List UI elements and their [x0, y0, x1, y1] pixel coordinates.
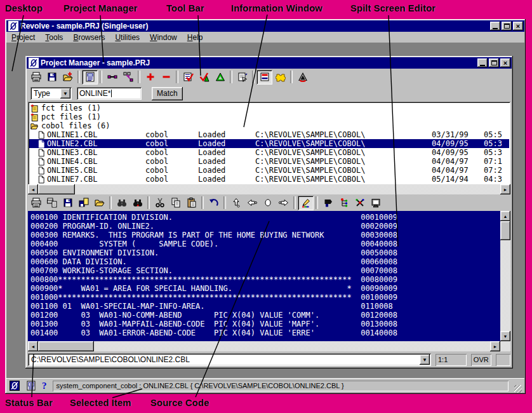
revolve-logo-icon[interactable]	[9, 381, 20, 391]
editor-screen-button[interactable]	[368, 196, 383, 210]
file-row[interactable]: ONLINE3.CBLcobolLoadedC:\REVOLVE\SAMPLE\…	[29, 148, 509, 157]
editor-bookmark-button[interactable]	[320, 196, 336, 210]
file-time: 05:5	[484, 131, 509, 139]
file-group-row[interactable]: cobol files (6)	[29, 121, 509, 130]
pattern-input[interactable]: ONLINE*	[77, 87, 142, 100]
editor-copy-button[interactable]	[168, 196, 183, 210]
file-row[interactable]: ONLINE1.CBLcobolLoadedC:\REVOLVE\SAMPLE\…	[29, 130, 509, 139]
editor-open-button[interactable]	[91, 196, 107, 210]
menu-project[interactable]: Project	[6, 32, 40, 43]
pm-maximize-button[interactable]	[489, 58, 499, 67]
annotation-label-information-window: Information Window	[231, 3, 323, 13]
pm-delta-button[interactable]	[212, 70, 228, 85]
pm-verify-check-button[interactable]	[196, 70, 212, 85]
pm-close-button[interactable]: ×	[500, 58, 510, 67]
pm-remove-item-button[interactable]	[158, 70, 174, 85]
group-label: fct files (1)	[41, 104, 101, 112]
main-maximize-button[interactable]	[502, 22, 512, 30]
pm-save-button[interactable]	[44, 70, 60, 85]
editor-vscrollbar[interactable]: ▲ ▼	[500, 211, 510, 341]
editor-hscrollbar[interactable]: ◄ ►	[28, 341, 510, 351]
editor-go-back-button[interactable]	[244, 196, 260, 210]
pm-add-item-button[interactable]	[142, 70, 158, 85]
toolbar-separator	[293, 196, 296, 209]
chevron-down-icon[interactable]: ▼	[420, 355, 430, 365]
editor-tree-marks-button[interactable]	[336, 196, 352, 210]
component-list-icon[interactable]	[25, 381, 36, 391]
menu-window[interactable]: Window	[145, 32, 182, 43]
file-group-row[interactable]: pct files (1)	[29, 112, 509, 121]
main-title-bar[interactable]: Revolve - sample.PRJ (Single-user) ×	[6, 20, 524, 32]
editor-print-button[interactable]	[28, 196, 44, 210]
editor-clear-marks-button[interactable]	[352, 196, 368, 210]
scroll-left-icon[interactable]: ◄	[28, 184, 38, 194]
scrollbar-thumb[interactable]	[38, 184, 75, 194]
editor-save-button[interactable]	[60, 196, 76, 210]
file-rows: fct files (1)pct files (1)cobol files (6…	[28, 102, 510, 184]
cut-icon	[154, 198, 165, 208]
scroll-left-icon[interactable]: ◄	[28, 341, 38, 351]
editor-go-top-button[interactable]	[228, 196, 244, 210]
editor-cut-button[interactable]	[152, 196, 168, 210]
type-combobox[interactable]: Type ▼	[30, 87, 72, 100]
editor-save-as-button[interactable]	[76, 196, 91, 210]
group-label: cobol files (6)	[41, 122, 110, 130]
menu-help[interactable]: Help	[182, 32, 208, 43]
pm-report-button[interactable]	[82, 70, 98, 85]
main-minimize-button[interactable]	[490, 22, 500, 30]
resize-grip[interactable]	[514, 385, 522, 393]
scroll-right-icon[interactable]: ►	[500, 184, 510, 194]
scrollbar-thumb[interactable]	[38, 341, 94, 351]
menu-utilities[interactable]: Utilities	[110, 32, 145, 43]
pm-properties-button[interactable]	[234, 70, 250, 85]
file-list-hscrollbar[interactable]: ◄ ►	[28, 184, 510, 194]
file-path: C:\REVOLVE\SAMPLE\COBOL\	[255, 131, 432, 139]
file-date: 04/09/95	[432, 140, 484, 148]
save-icon	[62, 198, 73, 208]
file-path: C:\REVOLVE\SAMPLE\COBOL\	[255, 140, 432, 148]
pm-print-button[interactable]	[28, 70, 44, 85]
pm-puzzle-button[interactable]	[272, 70, 288, 85]
status-bar: ? system_component_cobol : ONLINE2.CBL {…	[6, 378, 524, 393]
file-path: C:\REVOLVE\SAMPLE\COBOL\	[255, 149, 432, 157]
file-path-combobox[interactable]: C:\REVOLVE\SAMPLE\COBOL\ONLINE2.CBL ▼	[28, 353, 431, 366]
scroll-right-icon[interactable]: ►	[490, 341, 500, 351]
file-row[interactable]: ONLINE5.CBLcobolLoadedC:\REVOLVE\SAMPLE\…	[29, 166, 509, 175]
pm-analyze-button[interactable]	[295, 70, 310, 85]
menu-browsers[interactable]: Browsers	[68, 32, 110, 43]
pm-split-view-button[interactable]	[256, 70, 272, 85]
main-close-button[interactable]: ×	[513, 22, 523, 30]
open-folder-icon	[30, 122, 40, 130]
scrollbar-thumb[interactable]	[500, 221, 510, 240]
help-icon[interactable]: ?	[42, 381, 47, 391]
pm-title-bar[interactable]: Project Manager - sample.PRJ ×	[27, 57, 512, 69]
file-row[interactable]: ONLINE4.CBLcobolLoadedC:\REVOLVE\SAMPLE\…	[29, 157, 509, 166]
pm-scatter-button[interactable]	[120, 70, 136, 85]
editor-current-button[interactable]	[260, 196, 276, 210]
scroll-down-icon[interactable]: ▼	[500, 331, 510, 341]
file-row[interactable]: ONLINE2.CBLcobolLoadedC:\REVOLVE\SAMPLE\…	[29, 139, 509, 148]
file-row[interactable]: ONLINE7.CBLcobolLoadedC:\REVOLVE\SAMPLE\…	[29, 175, 509, 184]
file-group-row[interactable]: fct files (1)	[29, 104, 509, 112]
editor-find-button[interactable]	[114, 196, 130, 210]
chevron-down-icon[interactable]: ▼	[60, 88, 70, 98]
scroll-up-icon[interactable]: ▲	[500, 211, 510, 221]
editor-paste-button[interactable]	[183, 196, 199, 210]
file-type: cobol	[145, 166, 198, 175]
pm-link-components-button[interactable]	[104, 70, 120, 85]
pm-verify-list-button[interactable]	[180, 70, 196, 85]
editor-highlight-pencil-button[interactable]	[298, 196, 314, 210]
match-button[interactable]: Match	[152, 87, 183, 100]
tagged-files-icon	[30, 104, 40, 112]
pm-add-files-button[interactable]	[60, 70, 76, 85]
editor-go-forward-button[interactable]	[276, 196, 291, 210]
file-status: Loaded	[198, 149, 255, 157]
source-code-area[interactable]: 000100 IDENTIFICATION DIVISION. 00010009…	[28, 211, 500, 341]
editor-print-page-button[interactable]	[44, 196, 60, 210]
pm-minimize-button[interactable]	[477, 58, 488, 67]
editor-undo-button[interactable]	[206, 196, 222, 210]
menu-tools[interactable]: Tools	[40, 32, 68, 43]
find-icon	[116, 198, 127, 208]
toolbar-separator	[252, 71, 255, 83]
editor-find-next-button[interactable]	[130, 196, 145, 210]
